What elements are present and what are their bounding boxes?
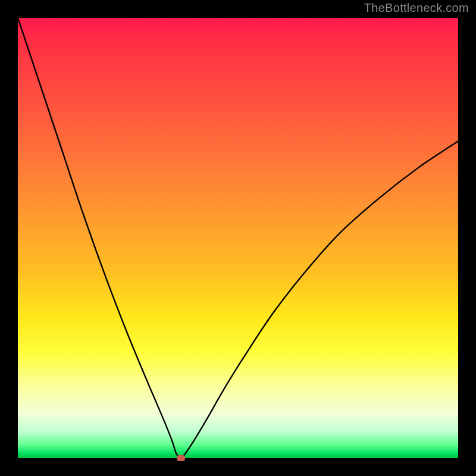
minimum-marker [177,455,185,461]
watermark-text: TheBottleneck.com [364,1,469,15]
plot-area [18,18,458,458]
chart-frame: TheBottleneck.com [0,0,476,476]
bottleneck-curve [18,18,458,458]
